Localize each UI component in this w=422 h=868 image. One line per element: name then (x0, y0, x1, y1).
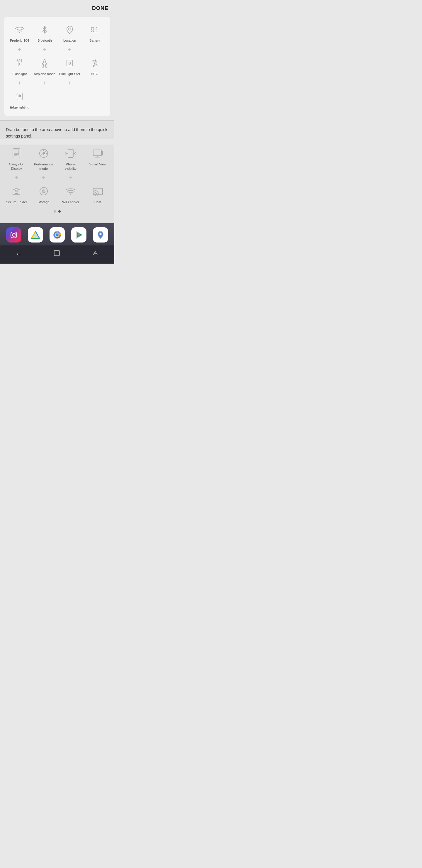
smart-view-icon (91, 147, 104, 160)
plus-cell-1[interactable]: + (8, 46, 31, 53)
tile-performance[interactable]: Performance mode (32, 145, 55, 172)
available-grid: Always On Display Performance mode (0, 145, 114, 223)
plus-row-available: + + + (3, 172, 111, 182)
plus-cell-4[interactable]: + (8, 80, 31, 87)
tile-wifi-server[interactable]: WiFi server (59, 182, 83, 206)
location-icon (63, 23, 76, 36)
active-panel: Frederic-104 Bluetooth Location (4, 17, 110, 116)
tile-nfc-label: NFC (91, 72, 98, 76)
nav-bar: ← (0, 245, 114, 264)
tile-performance-label: Performance mode (33, 162, 55, 171)
tile-storage-label: Storage (38, 200, 50, 205)
svg-rect-25 (15, 191, 18, 193)
bluelight-icon: B (63, 57, 76, 69)
done-button[interactable]: DONE (92, 5, 108, 11)
tile-edge-lighting-label: Edge lighting (10, 105, 30, 110)
tile-cast[interactable]: Cast (86, 182, 109, 206)
bluetooth-icon (38, 23, 51, 36)
plus-icon-4: + (18, 80, 22, 87)
plus-cell-6[interactable]: + (58, 80, 82, 87)
tile-battery-label: Battery (89, 38, 100, 43)
plus-cell-3[interactable]: + (58, 46, 82, 53)
pagination (3, 206, 111, 218)
app-drive[interactable] (28, 227, 43, 243)
active-row-1: Frederic-104 Bluetooth Location (7, 21, 107, 44)
svg-point-32 (15, 232, 16, 233)
tile-bluetooth[interactable]: Bluetooth (33, 21, 56, 44)
tile-flashlight-label: Flashlight (12, 72, 27, 76)
available-row-1: Always On Display Performance mode (3, 145, 111, 172)
tile-secure-folder[interactable]: Secure Folder (5, 182, 28, 206)
tile-smart-view[interactable]: Smart View (86, 145, 109, 168)
tile-secure-folder-label: Secure Folder (6, 200, 27, 205)
cast-icon (91, 185, 104, 198)
recents-button[interactable] (92, 250, 99, 258)
tile-wifi-server-label: WiFi server (62, 200, 79, 205)
tile-always-on[interactable]: Always On Display (5, 145, 28, 172)
plus-icon-1: + (18, 46, 22, 53)
svg-rect-13 (14, 150, 19, 153)
svg-line-20 (44, 152, 45, 153)
phone-visibility-icon (64, 147, 77, 160)
app-maps[interactable] (93, 227, 108, 243)
app-instagram[interactable] (6, 227, 22, 243)
tile-location-label: Location (63, 38, 76, 43)
tile-always-on-label: Always On Display (5, 162, 28, 171)
plus-icon-6: + (68, 80, 71, 87)
dot-2[interactable] (58, 210, 61, 213)
home-button[interactable] (53, 250, 60, 258)
back-button[interactable]: ← (15, 250, 22, 258)
svg-marker-34 (31, 231, 39, 239)
tile-location[interactable]: Location (58, 21, 82, 44)
svg-rect-22 (93, 150, 101, 156)
tile-bluetooth-label: Bluetooth (37, 38, 52, 43)
svg-point-44 (99, 233, 102, 235)
plus-cell-a3[interactable]: + (59, 175, 83, 181)
tile-edge-lighting[interactable]: Edge lighting (8, 88, 31, 111)
svg-text:B: B (68, 61, 71, 65)
tile-phone-visibility-label: Phone visibility (60, 162, 82, 171)
wifi-server-icon (64, 185, 77, 198)
plus-cell-a1[interactable]: + (5, 175, 28, 181)
secure-folder-icon (10, 185, 23, 198)
plus-cell-5[interactable]: + (33, 80, 56, 87)
tile-nfc[interactable]: NFC (83, 54, 106, 78)
svg-rect-45 (54, 250, 60, 256)
tile-cast-label: Cast (94, 200, 101, 205)
instruction-section: Drag buttons to the area above to add th… (0, 121, 114, 139)
plus-cell-a2[interactable]: + (32, 175, 55, 181)
plus-icon-a3: + (69, 175, 72, 181)
plus-row-1: + + + (7, 44, 107, 54)
active-row-2: Flashlight Airplane mode B Blue light fi… (7, 54, 107, 78)
tile-airplane[interactable]: Airplane mode (33, 54, 56, 78)
app-play[interactable] (71, 227, 87, 243)
svg-point-1 (69, 28, 71, 30)
tile-bluelight-label: Blue light filter (59, 72, 80, 76)
plus-icon-a2: + (42, 175, 45, 181)
nfc-icon (88, 57, 101, 69)
plus-icon-3: + (68, 46, 71, 53)
plus-icon-2: + (43, 46, 46, 53)
edge-lighting-icon (13, 90, 26, 103)
app-chrome[interactable] (50, 227, 65, 243)
available-row-2: Secure Folder Storage WiFi s (3, 182, 111, 206)
tile-smart-view-label: Smart View (89, 162, 106, 166)
plus-icon-5: + (43, 80, 46, 87)
app-dock (0, 223, 114, 245)
tile-storage[interactable]: Storage (32, 182, 55, 206)
tile-flashlight[interactable]: Flashlight (8, 54, 31, 78)
tile-wifi[interactable]: Frederic-104 (8, 21, 31, 44)
svg-line-4 (17, 59, 18, 60)
svg-line-5 (22, 59, 22, 60)
airplane-icon (38, 57, 51, 69)
tile-battery[interactable]: 91 Battery (83, 21, 106, 44)
header: DONE (0, 0, 114, 14)
tile-phone-visibility[interactable]: Phone visibility (59, 145, 83, 172)
plus-cell-2[interactable]: + (33, 46, 56, 53)
tile-wifi-label: Frederic-104 (10, 38, 29, 43)
plus-row-2: + + + (7, 78, 107, 88)
svg-rect-21 (68, 149, 73, 157)
active-row-3: Edge lighting (7, 88, 107, 111)
dot-1[interactable] (54, 210, 56, 213)
tile-bluelight[interactable]: B Blue light filter (58, 54, 82, 78)
